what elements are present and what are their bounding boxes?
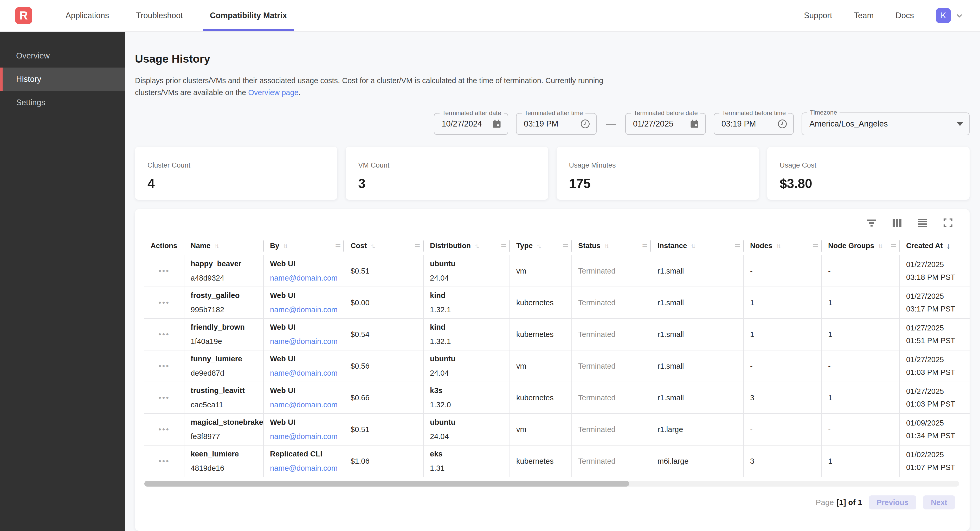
column-header[interactable]: Cost ↑↓ =: [344, 237, 424, 255]
sort-icon[interactable]: ↑↓: [371, 242, 374, 250]
type-cell: vm: [510, 414, 572, 445]
sort-icon[interactable]: ↑↓: [691, 242, 694, 250]
table-row[interactable]: ••• keen_lumiere4819de16 Replicated CLIn…: [144, 445, 970, 477]
sidebar-item-history[interactable]: History: [0, 68, 125, 91]
instance-cell: r1.small: [651, 319, 744, 350]
column-header[interactable]: By ↑↓ =: [264, 237, 344, 255]
column-menu-icon[interactable]: =: [501, 240, 506, 251]
column-header[interactable]: Created At ↓: [900, 237, 970, 255]
column-menu-icon[interactable]: =: [813, 240, 818, 251]
cluster-id: 995b7182: [191, 306, 263, 314]
status-cell: Terminated: [572, 255, 651, 287]
sort-icon[interactable]: ↑↓: [283, 242, 286, 250]
account-menu[interactable]: K: [936, 8, 963, 23]
distribution-version: 1.32.1: [430, 306, 509, 314]
calendar-icon[interactable]: [492, 119, 502, 129]
column-header[interactable]: Node Groups ↑↓ =: [822, 237, 900, 255]
table-row[interactable]: ••• happy_beavera48d9324 Web UIname@doma…: [144, 255, 970, 287]
column-header[interactable]: Status ↑↓ =: [572, 237, 651, 255]
calendar-icon[interactable]: [689, 119, 700, 129]
sidebar-item-settings[interactable]: Settings: [0, 91, 125, 114]
cluster-name: keen_lumiere: [191, 450, 263, 458]
horizontal-scrollbar[interactable]: [144, 481, 959, 487]
nav-link-team[interactable]: Team: [854, 11, 874, 20]
scrollbar-thumb[interactable]: [144, 481, 629, 487]
row-actions-menu-icon[interactable]: •••: [158, 299, 170, 306]
sort-icon[interactable]: ↑↓: [536, 242, 540, 250]
sort-icon[interactable]: ↑↓: [604, 242, 608, 250]
density-icon[interactable]: [916, 217, 929, 229]
overview-page-link[interactable]: Overview page: [248, 88, 298, 97]
sort-desc-icon[interactable]: ↓: [947, 241, 951, 251]
creator-email-link[interactable]: name@domain.com: [270, 369, 344, 377]
type-cell: kubernetes: [510, 445, 572, 477]
column-header[interactable]: Actions: [144, 237, 185, 255]
terminated-before-time-field[interactable]: Terminated before time 03:19 PM: [714, 113, 794, 135]
row-actions-menu-icon[interactable]: •••: [158, 330, 170, 338]
table-row[interactable]: ••• funny_lumierede9ed87d Web UIname@dom…: [144, 350, 970, 382]
row-actions-menu-icon[interactable]: •••: [158, 426, 170, 433]
nav-item-troubleshoot[interactable]: Troubleshoot: [123, 0, 196, 31]
row-actions-menu-icon[interactable]: •••: [158, 394, 170, 402]
main-content: Usage History Displays prior clusters/VM…: [125, 32, 980, 531]
filters-row: Terminated after date 10/27/2024 Termina…: [135, 113, 970, 135]
terminated-after-time-field[interactable]: Terminated after time 03:19 PM: [516, 113, 597, 135]
column-menu-icon[interactable]: =: [563, 240, 568, 251]
terminated-before-date-field[interactable]: Terminated before date 01/27/2025: [625, 113, 706, 135]
clock-icon[interactable]: [580, 119, 590, 129]
created-time: 01:03 PM PST: [906, 400, 970, 408]
creator-email-link[interactable]: name@domain.com: [270, 274, 344, 282]
column-header[interactable]: Distribution ↑↓ =: [424, 237, 510, 255]
column-menu-icon[interactable]: =: [735, 240, 740, 251]
column-menu-icon[interactable]: =: [335, 240, 341, 251]
by-cell: Web UIname@domain.com: [264, 319, 344, 350]
creator-email-link[interactable]: name@domain.com: [270, 432, 344, 441]
previous-page-button[interactable]: Previous: [869, 495, 916, 509]
timezone-select[interactable]: Timezone America/Los_Angeles: [802, 113, 970, 135]
column-header-label: Distribution: [430, 242, 471, 250]
terminated-after-date-field[interactable]: Terminated after date 10/27/2024: [434, 113, 508, 135]
next-page-button[interactable]: Next: [923, 495, 955, 509]
column-menu-icon[interactable]: =: [891, 240, 896, 251]
by-cell: Web UIname@domain.com: [264, 414, 344, 445]
created-at-cell: 01/27/202501:03 PM PST: [900, 350, 970, 382]
column-header[interactable]: Instance ↑↓ =: [651, 237, 744, 255]
sort-icon[interactable]: ↑↓: [214, 242, 218, 250]
column-header[interactable]: Nodes ↑↓ =: [744, 237, 822, 255]
creator-email-link[interactable]: name@domain.com: [270, 464, 344, 472]
instance-cell: m6i.large: [651, 445, 744, 477]
filter-icon[interactable]: [865, 217, 878, 229]
clock-icon[interactable]: [777, 119, 788, 129]
node-groups-cell: 1: [822, 287, 900, 318]
nav-item-applications[interactable]: Applications: [52, 0, 123, 31]
created-by-source: Web UI: [270, 260, 344, 268]
columns-icon[interactable]: [891, 217, 903, 229]
sort-icon[interactable]: ↑↓: [878, 242, 881, 250]
sidebar-item-overview[interactable]: Overview: [0, 44, 125, 68]
row-actions-menu-icon[interactable]: •••: [158, 362, 170, 370]
column-header[interactable]: Name ↑↓: [185, 237, 264, 255]
nav-item-compatibility-matrix[interactable]: Compatibility Matrix: [196, 0, 301, 31]
cluster-id: 4819de16: [191, 464, 263, 472]
sort-icon[interactable]: ↑↓: [474, 242, 478, 250]
row-actions-menu-icon[interactable]: •••: [158, 457, 170, 465]
replicated-logo[interactable]: R: [15, 7, 32, 24]
table-row[interactable]: ••• friendly_brown1f40a19e Web UIname@do…: [144, 319, 970, 350]
column-header[interactable]: Type ↑↓ =: [510, 237, 572, 255]
column-menu-icon[interactable]: =: [415, 240, 420, 251]
nav-link-docs[interactable]: Docs: [896, 11, 914, 20]
nav-link-support[interactable]: Support: [804, 11, 832, 20]
table-row[interactable]: ••• frosty_galileo995b7182 Web UIname@do…: [144, 287, 970, 319]
table-row[interactable]: ••• magical_stonebrakerfe3f8977 Web UIna…: [144, 414, 970, 445]
created-by-source: Web UI: [270, 291, 344, 300]
sort-icon[interactable]: ↑↓: [776, 242, 780, 250]
creator-email-link[interactable]: name@domain.com: [270, 306, 344, 314]
nodes-cell: -: [744, 414, 822, 445]
created-date: 01/27/2025: [906, 355, 970, 364]
table-row[interactable]: ••• trusting_leavittcae5ea11 Web UIname@…: [144, 382, 970, 414]
row-actions-menu-icon[interactable]: •••: [158, 267, 170, 275]
creator-email-link[interactable]: name@domain.com: [270, 401, 344, 409]
creator-email-link[interactable]: name@domain.com: [270, 337, 344, 346]
column-menu-icon[interactable]: =: [642, 240, 648, 251]
fullscreen-icon[interactable]: [942, 217, 954, 229]
